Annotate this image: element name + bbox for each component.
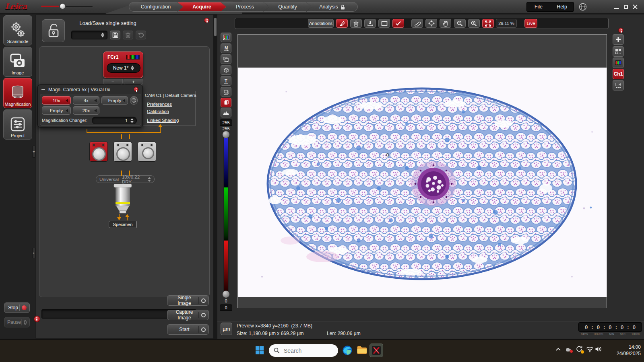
objective-empty2-button[interactable]: Empty bbox=[42, 106, 71, 115]
tab-quantify[interactable]: Quantify bbox=[264, 2, 312, 12]
apply-annotation-button[interactable] bbox=[392, 19, 404, 28]
overlay-channels-button[interactable] bbox=[221, 33, 231, 42]
ruler-tool-button[interactable] bbox=[411, 19, 423, 28]
color-mode-button[interactable] bbox=[221, 98, 231, 107]
fit-to-screen-button[interactable] bbox=[482, 19, 494, 28]
delete-setting-button[interactable] bbox=[123, 31, 133, 39]
live-button[interactable]: Live bbox=[524, 19, 537, 28]
close-button[interactable] bbox=[633, 4, 638, 9]
sidebar-item-project[interactable]: Project bbox=[3, 109, 32, 140]
objective-10x-button[interactable]: 10x bbox=[42, 96, 71, 105]
filter-cube-2[interactable] bbox=[114, 142, 132, 162]
capture-image-button[interactable]: Capture Image bbox=[167, 310, 209, 320]
volume-3d-button[interactable] bbox=[221, 65, 231, 75]
calibration-link[interactable]: Calibration bbox=[147, 109, 169, 114]
acquisition-info-icon[interactable] bbox=[34, 316, 40, 322]
channel-ch1-button[interactable]: Ch1 bbox=[613, 69, 624, 79]
objective-turret-dropdown[interactable]: Universal 10x/0.22 DRY bbox=[96, 175, 155, 183]
add-view-button[interactable] bbox=[613, 34, 624, 45]
tray-update-icon[interactable] bbox=[576, 345, 584, 353]
intensity-slider-track-right[interactable] bbox=[64, 6, 93, 7]
specimen-button[interactable]: Specimen bbox=[109, 221, 137, 228]
pointer-tool-button[interactable] bbox=[336, 19, 348, 28]
filter-cube-active[interactable] bbox=[89, 142, 108, 162]
intensity-slider-knob[interactable] bbox=[59, 3, 66, 10]
zoom-in-button[interactable] bbox=[468, 19, 480, 28]
tray-chevron-up-icon[interactable] bbox=[555, 348, 561, 351]
lut-min-value: 0 bbox=[220, 304, 232, 311]
taskbar-lasx-app[interactable] bbox=[369, 343, 383, 357]
preferences-link[interactable]: Preferences bbox=[147, 102, 172, 107]
pause-button[interactable]: Pause bbox=[4, 317, 30, 327]
sidebar-item-image[interactable]: Image bbox=[3, 47, 32, 77]
stop-button[interactable]: Stop bbox=[4, 302, 30, 313]
filter-cube-3[interactable] bbox=[138, 142, 156, 162]
tab-acquire[interactable]: Acquire bbox=[178, 2, 226, 12]
panel-splitter-handle[interactable]: ◂▸ bbox=[32, 146, 35, 158]
linked-shading-link[interactable]: Linked Shading bbox=[147, 118, 179, 123]
taskbar-file-explorer[interactable] bbox=[355, 343, 369, 357]
tab-process[interactable]: Process bbox=[221, 2, 269, 12]
objective-empty-button[interactable]: Empty bbox=[101, 96, 128, 105]
zoom-mode-button[interactable]: M bbox=[221, 43, 231, 53]
undo-setting-button[interactable] bbox=[136, 31, 146, 39]
settings-lock-button[interactable] bbox=[42, 19, 65, 42]
crosshair-tool-button[interactable] bbox=[425, 19, 437, 28]
sidebar-item-magnification[interactable]: Magnification bbox=[3, 78, 32, 108]
pan-tool-button[interactable] bbox=[440, 19, 451, 28]
plus-icon bbox=[615, 37, 621, 42]
tray-volume-icon[interactable] bbox=[595, 346, 602, 352]
start-button-windows[interactable] bbox=[253, 343, 266, 357]
taskbar-edge[interactable] bbox=[341, 343, 354, 357]
remove-channel-button[interactable]: − bbox=[103, 79, 123, 85]
layout-views-button[interactable] bbox=[613, 46, 624, 57]
collapse-icon[interactable] bbox=[41, 89, 45, 90]
panel-splitter-handle-2[interactable]: ▸ bbox=[32, 248, 35, 258]
text-annotation-button[interactable]: T bbox=[221, 76, 231, 86]
objective-20x-button[interactable]: 20x bbox=[73, 106, 99, 115]
unit-micrometer-button[interactable]: µm bbox=[221, 323, 232, 335]
lut-gradient-track[interactable] bbox=[223, 134, 229, 294]
mag-changer-spinner[interactable]: 1 bbox=[92, 117, 137, 124]
single-image-button[interactable]: Single Image bbox=[167, 295, 209, 306]
scalebar-tool-button[interactable] bbox=[364, 19, 376, 28]
channel-tile-fcr1[interactable]: FCr1 New 1* bbox=[103, 51, 143, 78]
popup-info-icon[interactable] bbox=[134, 87, 138, 92]
export-view-button[interactable] bbox=[613, 80, 624, 90]
intensity-slider-track[interactable] bbox=[41, 6, 61, 7]
tab-analysis[interactable]: Analysis bbox=[306, 2, 358, 12]
objective-4x-button[interactable]: 4x bbox=[73, 96, 99, 105]
add-channel-button[interactable]: + bbox=[124, 79, 143, 85]
maximize-button[interactable] bbox=[624, 5, 628, 9]
objective-info-button[interactable] bbox=[130, 96, 138, 105]
file-menu[interactable]: File bbox=[527, 4, 550, 10]
zoom-out-button[interactable] bbox=[454, 19, 466, 28]
lut-upper-knob[interactable] bbox=[222, 131, 230, 138]
panel-info-icon[interactable] bbox=[204, 18, 209, 23]
taskbar-clock[interactable]: 14:00 24/09/2025 bbox=[603, 344, 641, 357]
tray-wifi-icon[interactable] bbox=[586, 346, 594, 352]
help-menu[interactable]: Help bbox=[550, 4, 574, 10]
save-setting-button[interactable] bbox=[110, 31, 120, 39]
gallery-view-button[interactable] bbox=[221, 54, 231, 64]
tray-app-badge-icon[interactable] bbox=[564, 346, 572, 352]
delete-annotation-button[interactable] bbox=[350, 19, 362, 28]
minimize-button[interactable] bbox=[614, 8, 619, 9]
start-button[interactable]: Start bbox=[167, 324, 209, 335]
search-input[interactable] bbox=[283, 347, 327, 354]
channel-split-button[interactable] bbox=[613, 58, 624, 68]
channel-preset-dropdown[interactable]: New 1* bbox=[107, 63, 140, 73]
taskbar-search[interactable] bbox=[269, 344, 338, 357]
setting-select-dropdown[interactable] bbox=[71, 31, 107, 39]
lut-lower-knob[interactable] bbox=[222, 290, 230, 298]
histogram-button[interactable] bbox=[221, 108, 231, 117]
globe-icon[interactable] bbox=[579, 3, 587, 11]
tab-configuration[interactable]: Configuration bbox=[129, 2, 183, 12]
rectangle-tool-button[interactable] bbox=[378, 19, 390, 28]
annotations-button[interactable]: Annotations bbox=[308, 19, 334, 28]
viewer-info-icon[interactable] bbox=[618, 28, 623, 33]
sequence-view-button[interactable] bbox=[221, 87, 231, 97]
sidebar-item-scanmode[interactable]: Scanmode bbox=[3, 15, 32, 45]
image-viewport[interactable]: 290.06 µm bbox=[237, 34, 607, 308]
scrollbar-handle[interactable] bbox=[214, 18, 217, 36]
